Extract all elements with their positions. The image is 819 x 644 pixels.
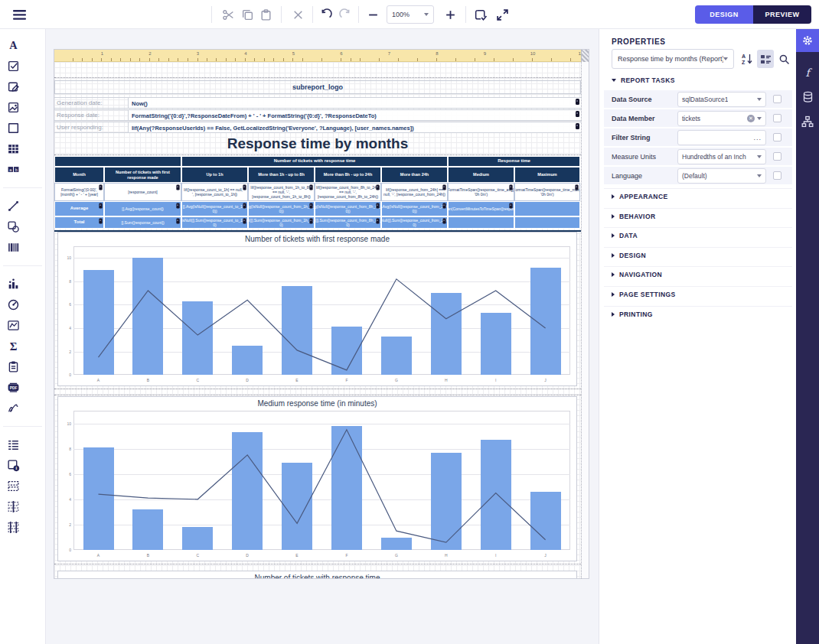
field-expression[interactable]: Iif(Any(?ResponseUserIds) == False, GetL… — [129, 122, 581, 132]
bar-code-tool-icon[interactable] — [3, 237, 23, 258]
check-box-tool-icon[interactable] — [3, 56, 23, 76]
chevron-down-icon[interactable] — [757, 117, 762, 120]
zoom-level-select[interactable]: 100% — [387, 5, 434, 24]
table-tool-icon[interactable] — [3, 138, 23, 159]
table-group-header-cell[interactable]: Response time — [448, 156, 580, 167]
chart-tool-icon[interactable] — [3, 274, 23, 294]
label-tool-icon[interactable]: A — [3, 35, 23, 56]
field-expression[interactable]: Now() — [129, 98, 581, 108]
section-data[interactable]: DATA — [612, 232, 638, 239]
zoom-in-icon[interactable] — [442, 6, 459, 24]
clear-icon[interactable]: ✕ — [747, 115, 755, 122]
page-break-tool-icon[interactable] — [3, 476, 23, 496]
validate-icon[interactable] — [471, 6, 489, 24]
cut-icon[interactable] — [220, 6, 237, 24]
subreport-logo-control[interactable]: subreport_logo — [54, 80, 581, 94]
table-header-cell[interactable]: Medium — [448, 167, 514, 183]
summary-tool-icon[interactable]: Σ — [3, 336, 23, 356]
report-page[interactable]: 1234567891011 subreport_logo Generation … — [54, 49, 589, 579]
property-editor[interactable]: tickets✕ — [677, 111, 766, 126]
table-header-cell[interactable]: Up to 1h — [181, 167, 248, 183]
chart-control-medium-response[interactable]: Medium response time (in minutes)0246810… — [57, 396, 577, 561]
table-cell[interactable]: [].Avg(IsNull([response_count_from_1h_to… — [248, 201, 315, 216]
tab-properties[interactable] — [796, 29, 819, 52]
shape-tool-icon[interactable] — [3, 216, 23, 237]
chevron-down-icon[interactable] — [757, 155, 762, 158]
table-group-header-cell[interactable]: Number of tickets with response time — [181, 156, 448, 167]
table-cell[interactable]: [].Avg(IsNull([response_count_from_24h],… — [381, 201, 448, 216]
report-table[interactable]: Number of tickets with response timeResp… — [54, 156, 581, 229]
table-cell[interactable]: Iif([response_count_to_1h] == null, '-',… — [181, 183, 248, 201]
table-cell[interactable]: Iif([response_count_from_8h_to_24h] == n… — [315, 183, 381, 201]
pdf-content-tool-icon[interactable]: PDF — [3, 377, 23, 398]
table-header-cell[interactable]: Maximum — [514, 167, 580, 183]
copy-icon[interactable] — [239, 6, 256, 24]
fullscreen-icon[interactable] — [494, 6, 511, 24]
table-header-cell[interactable]: More than 8h - up to 24h — [315, 167, 381, 183]
table-header-cell[interactable]: Month — [54, 167, 104, 183]
page-info-tool-icon[interactable] — [3, 356, 23, 377]
property-editor[interactable]: Hundredths of an Inch — [677, 149, 766, 164]
redo-icon[interactable] — [337, 6, 354, 24]
table-cell[interactable]: Iif([response_count_from_24h] == null, '… — [381, 183, 448, 201]
ellipsis-button[interactable]: ... — [753, 134, 762, 141]
section-printing[interactable]: PRINTING — [612, 311, 653, 318]
property-expression-checkbox[interactable] — [773, 152, 781, 161]
section-page-settings[interactable]: PAGE SETTINGS — [612, 291, 676, 298]
table-cell[interactable]: Iif([response_count_from_1h_to_8h] == nu… — [248, 183, 315, 201]
field-row[interactable]: User responding:Iif(Any(?ResponseUserIds… — [54, 122, 581, 133]
table-cell[interactable]: [response_count] — [104, 183, 181, 201]
table-cell[interactable]: Total — [54, 216, 104, 229]
property-expression-checkbox[interactable] — [773, 95, 781, 103]
tab-report-explorer[interactable] — [796, 110, 819, 133]
section-behavior[interactable]: BEHAVIOR — [612, 213, 655, 220]
band-separator[interactable] — [54, 395, 581, 395]
table-cell[interactable]: [].Avg(IsNull([response_count_from_8h_to… — [315, 201, 381, 216]
picture-box-tool-icon[interactable] — [3, 97, 23, 118]
panel-tool-icon[interactable] — [3, 118, 23, 138]
table-cell[interactable]: [].Avg([response_count]) — [104, 201, 181, 216]
rich-text-tool-icon[interactable] — [3, 76, 23, 97]
property-expression-checkbox[interactable] — [773, 171, 781, 180]
band-separator[interactable] — [54, 77, 581, 78]
cross-band-line-tool-icon[interactable] — [3, 496, 23, 517]
table-header-cell[interactable]: More than 24h — [381, 167, 448, 183]
field-expression[interactable]: FormatString('{0:d}',?ResponseDateFrom) … — [129, 110, 581, 120]
character-comb-tool-icon[interactable]: ab — [3, 159, 23, 180]
chevron-down-icon[interactable] — [757, 98, 762, 101]
table-cell[interactable]: IsNull([].Sum([response_count_to_1h]), 0… — [181, 216, 248, 229]
chevron-down-icon[interactable] — [757, 174, 762, 177]
section-navigation[interactable]: NAVIGATION — [612, 271, 662, 278]
section-appearance[interactable]: APPEARANCE — [612, 193, 668, 200]
table-cell[interactable]: FormatTimeSpan([response_time_max], '0h … — [514, 183, 580, 201]
table-cell[interactable]: IsNull([].Sum([response_count_from_24h])… — [381, 216, 448, 229]
section-design[interactable]: DESIGN — [612, 252, 646, 259]
table-cell[interactable]: FormatTimeSpan(ConvertMinutesToTimeSpan(… — [448, 201, 514, 216]
table-cell[interactable]: Average — [54, 201, 104, 216]
sort-az-icon[interactable]: AZ — [739, 50, 755, 68]
table-of-contents-tool-icon[interactable] — [3, 434, 23, 455]
delete-icon[interactable] — [289, 6, 307, 24]
table-header-cell[interactable]: More than 1h - up to 8h — [248, 167, 315, 183]
field-row[interactable]: Response date:FormatString('{0:d}',?Resp… — [54, 109, 581, 121]
property-editor[interactable]: ... — [677, 130, 766, 145]
line-tool-icon[interactable] — [3, 196, 23, 216]
horizontal-ruler[interactable]: 1234567891011 — [54, 50, 581, 62]
signature-tool-icon[interactable] — [3, 398, 23, 418]
paste-icon[interactable] — [257, 6, 275, 24]
table-cell[interactable]: FormatString('{0:00}', [month]) + ' - ' … — [54, 183, 104, 201]
section-report-tasks[interactable]: REPORT TASKS — [612, 76, 675, 84]
design-button[interactable]: DESIGN — [695, 5, 753, 24]
table-cell[interactable] — [448, 216, 514, 229]
report-title-label[interactable]: Response time by months — [54, 132, 581, 155]
table-cell[interactable] — [514, 216, 580, 229]
tab-expressions[interactable]: f — [796, 61, 819, 84]
category-view-icon[interactable] — [757, 50, 774, 68]
search-icon[interactable] — [775, 50, 792, 68]
field-row[interactable]: Generation date:Now() — [54, 97, 581, 109]
cross-band-box-tool-icon[interactable] — [3, 517, 23, 538]
property-expression-checkbox[interactable] — [773, 133, 781, 141]
gauge-tool-icon[interactable] — [3, 294, 23, 315]
table-cell[interactable]: [].Sum([response_count]) — [104, 216, 181, 229]
chart-control-response-time[interactable]: Number of tickets with response time — [57, 571, 577, 579]
